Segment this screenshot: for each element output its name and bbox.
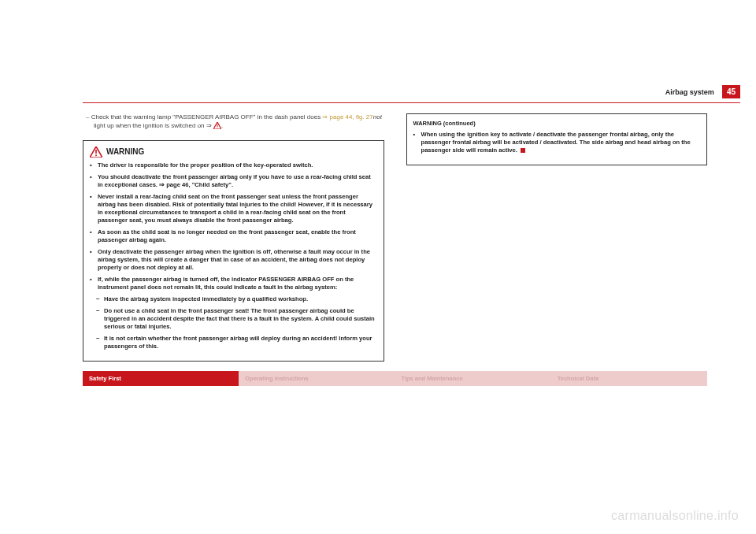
warning-triangle-icon	[90, 146, 102, 158]
warning-subitem: It is not certain whether the front pass…	[90, 335, 377, 350]
warning-item: Never install a rear-facing child seat o…	[90, 193, 377, 224]
end-marker-icon	[521, 148, 525, 153]
warning-list: When using the ignition key to activate …	[413, 131, 701, 154]
left-column: – Check that the warning lamp "PASSENGER…	[83, 113, 384, 362]
warning-list: The driver is responsible for the proper…	[90, 161, 377, 350]
warning-header: WARNING	[90, 146, 377, 158]
right-column: WARNING (continued) When using the ignit…	[406, 113, 708, 362]
warning-title: WARNING	[106, 147, 144, 156]
instruction-text-b: light up when the ignition is switched o…	[94, 122, 213, 129]
footer-tab-operating[interactable]: Operating instructions	[239, 371, 395, 386]
warning-item: If, while the passenger airbag is turned…	[90, 276, 377, 291]
svg-point-5	[95, 154, 97, 156]
warning-box-continued: WARNING (continued) When using the ignit…	[406, 113, 708, 165]
watermark: carmanualsonline.info	[611, 509, 739, 523]
content-columns: – Check that the warning lamp "PASSENGER…	[83, 113, 707, 362]
header-divider	[83, 102, 740, 103]
not-italic: not	[373, 113, 382, 121]
period: .	[221, 122, 223, 129]
instruction-text-a: Check that the warning lamp "PASSENGER A…	[91, 113, 323, 121]
page-header: Airbag system 45	[0, 85, 756, 103]
warning-continued-text: When using the ignition key to activate …	[421, 131, 691, 154]
footer-tab-technical[interactable]: Technical Data	[551, 371, 707, 386]
warning-item: The driver is responsible for the proper…	[90, 161, 377, 169]
footer-tab-safety[interactable]: Safety First	[83, 371, 239, 386]
warning-item: When using the ignition key to activate …	[413, 131, 701, 154]
section-title: Airbag system	[665, 88, 714, 96]
warning-box-main: WARNING The driver is responsible for th…	[83, 140, 384, 362]
warning-item: As soon as the child seat is no longer n…	[90, 228, 377, 244]
warning-subitem: Have the airbag system inspected immedia…	[90, 295, 377, 303]
warning-item: You should deactivate the front passenge…	[90, 173, 377, 189]
dash-bullet: –	[86, 113, 89, 121]
page-number: 45	[722, 85, 740, 98]
svg-point-2	[217, 128, 217, 128]
footer-tabs: Safety First Operating instructions Tips…	[83, 371, 707, 386]
instruction-step: – Check that the warning lamp "PASSENGER…	[83, 113, 384, 131]
warning-triangle-icon	[213, 122, 221, 129]
page-ref-link[interactable]: ⇒ page 44, fig. 27	[322, 113, 372, 121]
warning-subitem: Do not use a child seat in the front pas…	[90, 307, 377, 331]
footer-tab-tips[interactable]: Tips and Maintenance	[395, 371, 551, 386]
warning-item: Only deactivate the passenger airbag whe…	[90, 248, 377, 272]
manual-page: Airbag system 45 – Check that the warnin…	[0, 0, 756, 417]
warning-continued-title: WARNING (continued)	[413, 120, 701, 127]
